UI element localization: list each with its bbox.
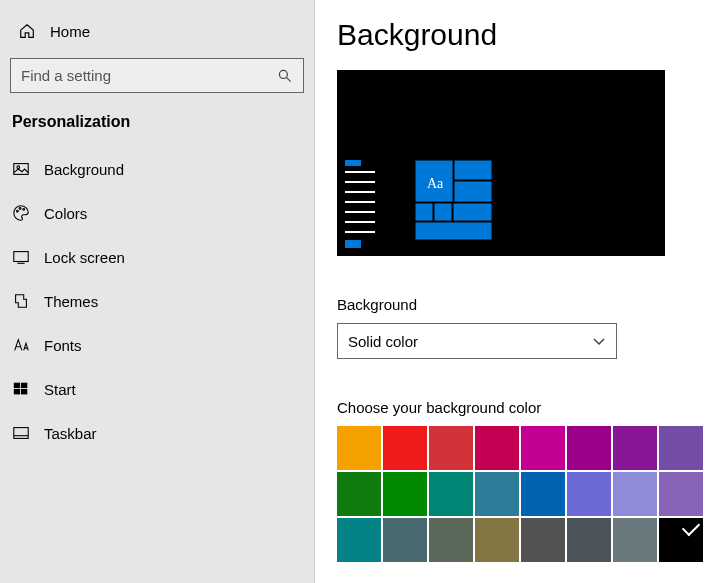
svg-rect-6 xyxy=(14,252,28,262)
background-label: Background xyxy=(337,296,713,313)
color-swatch[interactable] xyxy=(475,426,519,470)
color-swatch[interactable] xyxy=(521,472,565,516)
lockscreen-icon xyxy=(12,248,30,266)
svg-rect-26 xyxy=(434,203,452,221)
color-swatch[interactable] xyxy=(383,426,427,470)
color-swatch[interactable] xyxy=(383,518,427,562)
svg-rect-7 xyxy=(14,383,20,388)
palette-icon xyxy=(12,204,30,222)
color-swatch-grid xyxy=(337,426,707,562)
sidebar-item-label: Lock screen xyxy=(44,249,125,266)
svg-rect-21 xyxy=(345,240,361,248)
color-swatch[interactable] xyxy=(613,472,657,516)
svg-rect-28 xyxy=(415,222,492,240)
search-box[interactable] xyxy=(10,58,304,93)
color-swatch[interactable] xyxy=(429,426,473,470)
sidebar-item-label: Fonts xyxy=(44,337,82,354)
color-swatch[interactable] xyxy=(521,518,565,562)
preview-start-thumb: Aa xyxy=(345,160,497,248)
sidebar-item-background[interactable]: Background xyxy=(0,147,314,191)
search-input[interactable] xyxy=(21,67,277,84)
desktop-preview: Aa xyxy=(337,70,665,256)
svg-rect-27 xyxy=(453,203,492,221)
color-swatch[interactable] xyxy=(429,518,473,562)
dropdown-value: Solid color xyxy=(348,333,592,350)
main-panel: Background xyxy=(315,0,713,583)
svg-rect-10 xyxy=(21,389,27,394)
sidebar-item-start[interactable]: Start xyxy=(0,367,314,411)
sidebar-item-taskbar[interactable]: Taskbar xyxy=(0,411,314,455)
page-title: Background xyxy=(337,18,713,52)
svg-rect-24 xyxy=(454,181,492,202)
color-swatch[interactable] xyxy=(475,472,519,516)
svg-rect-9 xyxy=(14,389,20,394)
svg-rect-11 xyxy=(14,428,28,439)
svg-rect-1 xyxy=(14,164,28,175)
search-icon xyxy=(277,68,293,84)
sidebar-item-themes[interactable]: Themes xyxy=(0,279,314,323)
search-wrap xyxy=(0,58,314,113)
sidebar-item-label: Themes xyxy=(44,293,98,310)
color-swatch[interactable] xyxy=(567,426,611,470)
color-swatch[interactable] xyxy=(659,426,703,470)
color-swatch[interactable] xyxy=(613,518,657,562)
fonts-icon xyxy=(12,336,30,354)
home-icon xyxy=(18,22,36,40)
sidebar-item-colors[interactable]: Colors xyxy=(0,191,314,235)
svg-rect-25 xyxy=(415,203,433,221)
color-swatch[interactable] xyxy=(613,426,657,470)
color-swatch[interactable] xyxy=(337,472,381,516)
color-swatch[interactable] xyxy=(659,518,703,562)
settings-sidebar: Home Personalization Background Colors xyxy=(0,0,315,583)
home-nav[interactable]: Home xyxy=(0,14,314,48)
home-label: Home xyxy=(50,23,90,40)
sidebar-item-label: Background xyxy=(44,161,124,178)
sidebar-item-label: Taskbar xyxy=(44,425,97,442)
svg-point-4 xyxy=(19,208,21,210)
svg-point-2 xyxy=(17,166,20,169)
picture-icon xyxy=(12,160,30,178)
sidebar-item-label: Colors xyxy=(44,205,87,222)
start-icon xyxy=(12,380,30,398)
svg-point-3 xyxy=(17,210,19,212)
taskbar-icon xyxy=(12,424,30,442)
color-swatch[interactable] xyxy=(429,472,473,516)
color-swatch[interactable] xyxy=(567,518,611,562)
color-swatch[interactable] xyxy=(337,518,381,562)
chevron-down-icon xyxy=(592,334,606,348)
color-swatch[interactable] xyxy=(337,426,381,470)
svg-point-0 xyxy=(279,70,287,78)
svg-rect-13 xyxy=(345,160,361,166)
preview-aa-text: Aa xyxy=(427,176,444,191)
svg-rect-8 xyxy=(21,383,27,388)
color-swatch[interactable] xyxy=(383,472,427,516)
svg-rect-23 xyxy=(454,160,492,180)
color-swatch[interactable] xyxy=(567,472,611,516)
themes-icon xyxy=(12,292,30,310)
color-swatch[interactable] xyxy=(659,472,703,516)
color-swatch[interactable] xyxy=(521,426,565,470)
sidebar-item-fonts[interactable]: Fonts xyxy=(0,323,314,367)
nav-list: Background Colors Lock screen Themes Fon… xyxy=(0,147,314,455)
sidebar-item-lockscreen[interactable]: Lock screen xyxy=(0,235,314,279)
section-title: Personalization xyxy=(0,113,314,147)
color-swatch[interactable] xyxy=(475,518,519,562)
choose-color-label: Choose your background color xyxy=(337,399,713,416)
svg-point-5 xyxy=(23,209,25,211)
background-dropdown[interactable]: Solid color xyxy=(337,323,617,359)
sidebar-item-label: Start xyxy=(44,381,76,398)
